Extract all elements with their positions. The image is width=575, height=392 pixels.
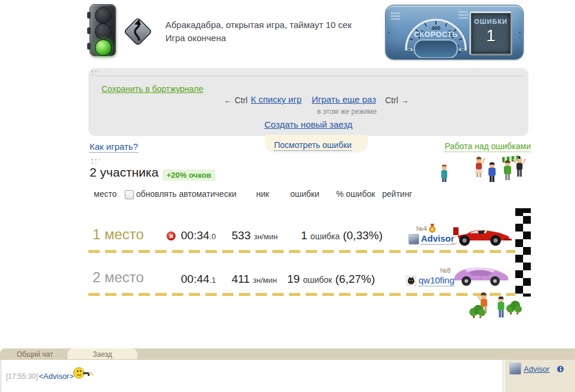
grip-icon	[91, 159, 93, 160]
spectator-icon	[486, 162, 498, 183]
tab-race-chat-label: Заезд	[93, 350, 112, 359]
view-errors-link[interactable]: Посмотреть ошибки	[274, 140, 352, 151]
column-nick: ник	[256, 189, 269, 199]
save-to-log-link[interactable]: Сохранить в бортжурнале	[102, 84, 204, 94]
dashboard-panel: 0 200 400 600 800 СКОРОСТЬ ОШИБКИ 1	[385, 5, 524, 60]
traffic-light-mount	[87, 12, 91, 18]
place-label: 1 место	[93, 226, 144, 243]
participants-count: 2 участника	[90, 165, 158, 180]
column-place: место	[94, 189, 116, 199]
errors-counter: ОШИБКИ 1	[469, 11, 512, 55]
track-divider	[88, 293, 528, 296]
red-light-off	[95, 7, 112, 24]
time-value: 00:44.1	[181, 273, 216, 286]
error-training-link[interactable]: Работа над ошибками	[445, 141, 531, 152]
ctrl-left-hint: ← Ctrl	[224, 95, 248, 105]
column-error-pct: % ошибок	[336, 189, 375, 199]
errors-counter-value: 1	[471, 26, 511, 45]
traffic-light-mount	[87, 43, 91, 50]
track-divider	[88, 250, 528, 253]
chat-tab-bar: Общий чат Заезд	[0, 348, 575, 360]
create-new-race-link[interactable]: Создать новый заезд	[265, 119, 353, 129]
time-value: 00:34.0	[181, 229, 216, 242]
finish-line	[515, 208, 531, 297]
online-user-link[interactable]: Advisor	[524, 365, 549, 374]
bush-icon	[468, 304, 486, 318]
spectator-icon	[472, 156, 486, 178]
tab-race-chat[interactable]: Заезд	[67, 348, 137, 360]
avatar	[509, 363, 521, 375]
race-page: Абракадабра, открытая игра, таймаут 10 с…	[0, 0, 575, 392]
error-status-icon	[167, 232, 176, 240]
play-again-link[interactable]: Играть еще раз	[312, 94, 376, 104]
race-title: Абракадабра, открытая игра, таймаут 10 с…	[165, 18, 352, 32]
info-icon[interactable]	[557, 366, 564, 372]
same-mode-note: в этом же режиме	[308, 107, 386, 116]
player-nick-link[interactable]: Advisor	[421, 233, 454, 245]
spectator-icon	[512, 156, 527, 178]
finish-line-col	[515, 208, 523, 297]
tab-general-chat[interactable]: Общий чат	[17, 350, 53, 359]
race-info: Абракадабра, открытая игра, таймаут 10 с…	[165, 18, 352, 45]
actions-panel: Сохранить в бортжурнале ← Ctrl К списку …	[88, 68, 528, 136]
finish-line-col	[523, 208, 531, 297]
speed-value: 533 зн/мин	[232, 229, 278, 242]
race-status: Игра окончена	[165, 32, 352, 45]
column-rating: рейтинг	[382, 189, 412, 199]
auto-update-label[interactable]: обновлять автоматически	[136, 189, 236, 199]
chat-messages-area[interactable]: [17:55:30] <Advisor>	[1, 359, 503, 392]
message-timestamp: [17:55:30]	[6, 372, 38, 381]
errors-value: 1 ошибка (0,33%)	[301, 229, 383, 242]
spectator-icon	[502, 160, 513, 181]
avatar	[406, 276, 416, 286]
racecar-pink-icon	[450, 261, 512, 288]
green-light-on	[95, 39, 112, 56]
place-label: 2 место	[93, 269, 144, 286]
road-sign-icon	[122, 16, 154, 48]
spectator-icon	[439, 165, 450, 183]
spectator-icon	[495, 297, 507, 318]
car-number: №4	[416, 224, 436, 233]
gauge-label: СКОРОСТЬ	[414, 30, 458, 39]
divider	[97, 76, 522, 76]
traffic-light-mount	[87, 27, 91, 34]
yellow-light-off	[95, 23, 112, 40]
errors-value: 19 ошибок (6,27%)	[287, 273, 375, 286]
medal-icon	[429, 224, 436, 233]
speed-value: 411 зн/мин	[232, 273, 277, 286]
screw-decor	[519, 32, 521, 33]
bush-icon	[506, 300, 522, 314]
traffic-light-icon	[90, 4, 116, 56]
games-list-link[interactable]: К списку игр	[251, 94, 302, 104]
avatar	[408, 234, 419, 245]
online-users-panel: Advisor	[505, 360, 575, 392]
how-to-play-link[interactable]: Как играть?	[90, 141, 138, 153]
message-author: <Advisor>	[39, 372, 74, 381]
grip-icon	[91, 70, 93, 72]
bonus-badge: +20% очков	[162, 169, 216, 181]
racecar-red-icon	[451, 223, 512, 247]
auto-update-checkbox[interactable]	[125, 190, 134, 199]
speed-display	[414, 40, 457, 58]
ctrl-right-hint: Ctrl →	[385, 95, 409, 105]
errors-counter-label: ОШИБКИ	[471, 18, 511, 25]
column-errors: ошибки	[290, 189, 319, 199]
shooting-smiley-icon	[73, 366, 93, 379]
